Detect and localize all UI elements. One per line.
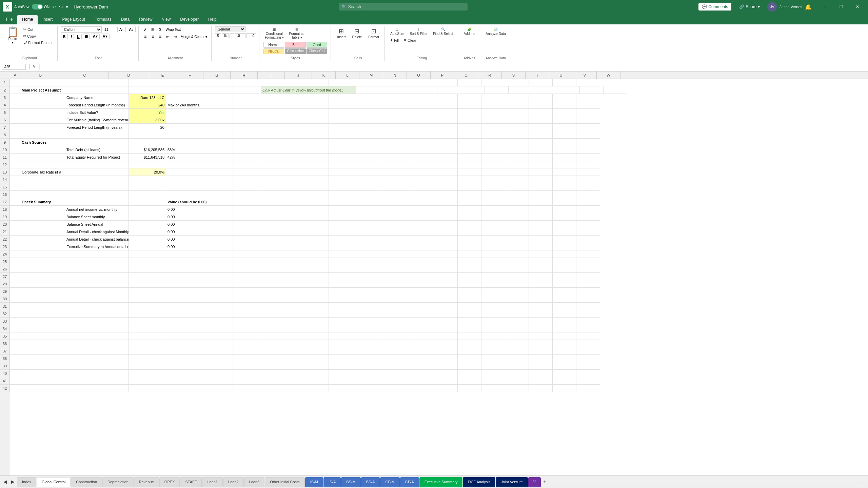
sheet-nav-next[interactable]: ▶ [9,478,17,486]
cell-N22[interactable] [481,236,505,243]
cell-J7[interactable] [383,124,410,131]
cell-M29[interactable] [458,288,481,295]
cell-N2[interactable] [509,86,532,94]
cell-Q19[interactable] [553,213,576,221]
cell-R10[interactable] [576,146,600,154]
row-num-42[interactable]: 42 [0,385,10,392]
cell-H36[interactable] [329,340,356,347]
cell-C4[interactable]: Forecast Period Length (in months) [61,101,129,109]
cell-G5[interactable] [261,109,329,116]
number-format-select[interactable]: General [215,26,245,32]
cell-E17[interactable]: Value (should be 0.00) [166,198,234,206]
cell-C39[interactable] [61,362,129,370]
cell-P10[interactable] [529,146,553,154]
cell-H4[interactable] [329,101,356,109]
format-button[interactable]: ⊡ Format [366,26,382,40]
cell-R18[interactable] [576,206,600,213]
cell-L41[interactable] [434,377,458,385]
cell-P20[interactable] [529,221,553,228]
cell-L32[interactable] [434,310,458,318]
cell-I2[interactable] [383,86,410,94]
cell-F27[interactable] [234,273,261,280]
cell-J12[interactable] [383,161,410,168]
cell-R38[interactable] [576,355,600,362]
cell-B41[interactable] [20,377,61,385]
cell-R26[interactable] [576,265,600,273]
cell-I19[interactable] [356,213,383,221]
cell-P35[interactable] [529,332,553,340]
cell-D31[interactable] [129,303,166,310]
cell-L35[interactable] [434,332,458,340]
cell-H38[interactable] [329,355,356,362]
cell-H31[interactable] [329,303,356,310]
cell-C3[interactable]: Company Name [61,94,129,101]
minimize-button[interactable]: ─ [817,1,833,12]
cell-R16[interactable] [576,191,600,198]
row-num-8[interactable]: 8 [0,131,10,139]
cell-K34[interactable] [410,325,434,332]
cell-F37[interactable] [234,347,261,355]
cell-N6[interactable] [481,116,505,124]
cell-F40[interactable] [234,370,261,377]
sheet-nav-prev[interactable]: ◀ [1,478,9,486]
cell-M33[interactable] [458,318,481,325]
cell-A5[interactable] [10,109,20,116]
cell-N4[interactable] [481,101,505,109]
cell-A41[interactable] [10,377,20,385]
cell-P2[interactable] [556,86,580,94]
cell-H3[interactable] [329,94,356,101]
cell-H8[interactable] [329,131,356,139]
col-header-E[interactable]: E [149,72,176,79]
cell-F33[interactable] [234,318,261,325]
cell-H22[interactable] [329,236,356,243]
cell-L29[interactable] [434,288,458,295]
style-check-cell[interactable]: Check Cell [307,48,327,54]
cell-H24[interactable] [329,250,356,258]
cell-C20[interactable]: Balance Sheet Annual [61,221,129,228]
cell-R14[interactable] [576,176,600,183]
cell-M8[interactable] [458,131,481,139]
cell-B30[interactable] [20,295,61,303]
cell-J42[interactable] [383,385,410,392]
cell-I4[interactable] [356,101,383,109]
cell-A12[interactable] [10,161,20,168]
cell-E16[interactable] [166,191,234,198]
cell-Q9[interactable] [553,139,576,146]
cell-R25[interactable] [576,258,600,265]
cell-B23[interactable] [20,243,61,250]
cell-O29[interactable] [505,288,529,295]
row-num-19[interactable]: 19 [0,213,10,221]
cell-K32[interactable] [410,310,434,318]
cell-K15[interactable] [410,183,434,191]
align-right-button[interactable]: ≡ [157,34,164,40]
cell-I34[interactable] [356,325,383,332]
cell-K29[interactable] [410,288,434,295]
cell-J15[interactable] [383,183,410,191]
cell-P7[interactable] [529,124,553,131]
tab-home[interactable]: Home [17,15,38,24]
cell-M9[interactable] [458,139,481,146]
cell-J24[interactable] [383,250,410,258]
cell-C1[interactable] [61,79,129,86]
col-header-M[interactable]: M [359,72,383,79]
row-num-39[interactable]: 39 [0,362,10,370]
font-shrink-button[interactable]: A↓ [127,27,135,32]
cell-N13[interactable] [481,168,505,176]
cell-A13[interactable] [10,168,20,176]
cell-Q21[interactable] [553,228,576,236]
sheet-tab-is-m[interactable]: IS-M [305,477,323,487]
decrease-decimal-button[interactable]: ←.0 [246,33,256,38]
cell-O16[interactable] [505,191,529,198]
cell-O32[interactable] [505,310,529,318]
row-num-40[interactable]: 40 [0,370,10,377]
border-button[interactable]: ⊞ [83,34,90,39]
cell-K2[interactable] [437,86,461,94]
cell-E36[interactable] [166,340,234,347]
cell-E15[interactable] [166,183,234,191]
cell-K10[interactable] [410,146,434,154]
cell-D21[interactable] [129,228,166,236]
cell-L33[interactable] [434,318,458,325]
cell-N32[interactable] [481,310,505,318]
cell-I40[interactable] [356,370,383,377]
decrease-indent-button[interactable]: ⇤ [164,34,171,40]
